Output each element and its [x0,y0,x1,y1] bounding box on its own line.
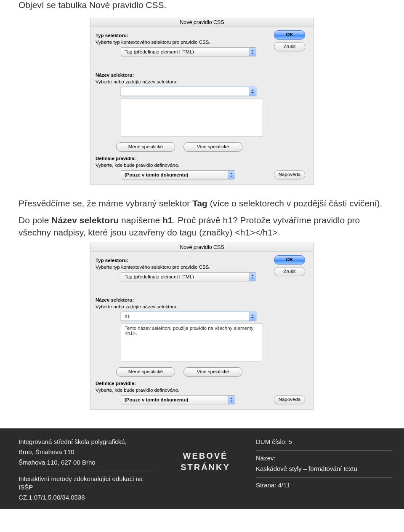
help-button[interactable]: Nápověda [274,395,305,404]
dialog-title: Nové pravidlo CSS [90,18,314,27]
selector-name-field[interactable] [121,89,249,94]
ok-button[interactable]: OK [274,30,305,40]
paragraph-2: Přesvědčíme se, že máme vybraný selektor… [19,198,385,209]
selector-type-label: Typ selektoru: [96,33,263,38]
selector-name-help: Vyberte nebo zadejte název selektoru. [96,304,263,309]
ok-button[interactable]: OK [274,255,305,265]
footer-dum-number: DUM číslo: 5 [256,438,392,446]
rule-def-select[interactable]: (Pouze v tomto dokumentu) [121,170,235,179]
footer-school-line3: Šmahova 110, 627 00 Brno [19,458,155,467]
updown-icon [249,273,256,281]
rule-def-value: (Pouze v tomto dokumentu) [121,172,228,177]
selector-name-input[interactable] [121,312,256,321]
cancel-button[interactable]: Zrušit [274,42,305,51]
footer-school-line1: Integrovaná střední škola polygrafická, [19,438,155,446]
selector-name-help: Vyberte nebo zadejte název selektoru. [96,79,263,84]
intro-text: Objeví se tabulka Nové pravidlo CSS. [19,0,385,10]
more-specific-button[interactable]: Více specifické [183,142,242,152]
footer-material-title: Kaskádové styly – formátování textu [256,465,392,473]
selector-type-value: Tag (předefinuje element HTML) [121,49,249,54]
updown-icon [249,312,256,321]
updown-icon [228,171,235,179]
selector-type-label: Typ selektoru: [96,258,263,263]
selector-name-input[interactable] [121,87,256,96]
rule-def-label: Definice pravidla: [96,381,263,386]
paragraph-3: Do pole Název selektoru napíšeme h1. Pro… [19,214,385,238]
selector-name-label: Název selektoru: [96,297,263,302]
css-rule-dialog-1: Nové pravidlo CSS Typ selektoru: Vyberte… [90,18,314,185]
css-rule-dialog-2: Nové pravidlo CSS Typ selektoru: Vyberte… [90,243,314,410]
rule-def-select[interactable]: (Pouze v tomto dokumentu) [121,395,235,404]
footer-logo-text: WEBOVÉ STRÁNKY [172,438,239,504]
selector-type-help: Vyberte typ kontextového selektoru pro p… [96,265,263,270]
updown-icon [249,87,256,96]
more-specific-button[interactable]: Více specifické [183,367,242,377]
footer-page-number: Strana: 4/11 [256,481,392,489]
cancel-button[interactable]: Zrušit [274,267,305,276]
page-footer: Integrovaná střední škola polygrafická, … [0,428,404,509]
rule-def-help: Vyberte, kde bude pravidlo definováno. [96,388,263,393]
dialog-title: Nové pravidlo CSS [90,243,314,252]
updown-icon [249,48,256,56]
selector-type-help: Vyberte typ kontextového selektoru pro p… [96,40,263,45]
selector-description-box [121,99,263,136]
selector-name-label: Název selektoru: [96,72,263,78]
less-specific-button[interactable]: Méně specifické [116,367,175,377]
footer-material-title-label: Název: [256,454,392,462]
selector-type-select[interactable]: Tag (předefinuje element HTML) [121,272,256,281]
updown-icon [228,396,235,404]
footer-school-line2: Brno, Šmahova 110 [19,448,155,456]
rule-def-help: Vyberte, kde bude pravidlo definováno. [96,163,263,168]
less-specific-button[interactable]: Méně specifické [116,142,175,152]
rule-def-label: Definice pravidla: [96,156,263,161]
selector-type-value: Tag (předefinuje element HTML) [121,274,249,279]
help-button[interactable]: Nápověda [274,170,305,179]
selector-description-box: Tento název selektoru použije pravidlo n… [121,323,263,361]
selector-type-select[interactable]: Tag (předefinuje element HTML) [121,47,256,56]
selector-name-field[interactable] [121,314,249,319]
footer-project-code: CZ.1.07/1.5.00/34.0538 [19,493,155,502]
footer-project-line1: Interaktivní metody zdokonalující edukac… [19,475,155,492]
rule-def-value: (Pouze v tomto dokumentu) [121,397,228,402]
